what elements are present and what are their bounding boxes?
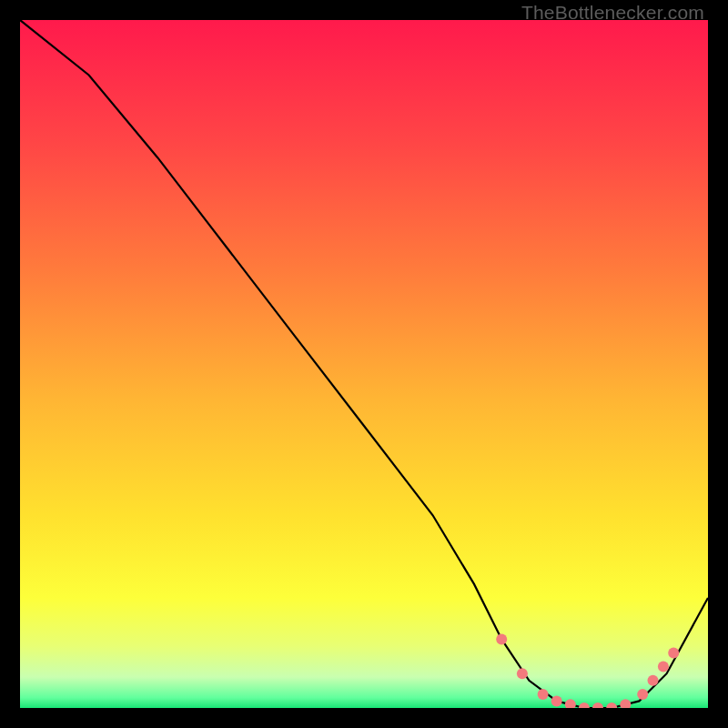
- marker-dot: [648, 675, 659, 686]
- marker-dot: [496, 633, 507, 644]
- marker-dot: [517, 668, 528, 679]
- marker-dot: [538, 689, 549, 700]
- chart-frame: [20, 20, 708, 708]
- watermark-text: TheBottlenecker.com: [521, 2, 704, 24]
- marker-dot: [658, 662, 669, 672]
- marker-dot: [637, 689, 648, 700]
- marker-dot: [551, 695, 562, 706]
- gradient-background: [20, 20, 708, 708]
- bottleneck-chart: [20, 20, 708, 708]
- marker-dot: [668, 648, 679, 659]
